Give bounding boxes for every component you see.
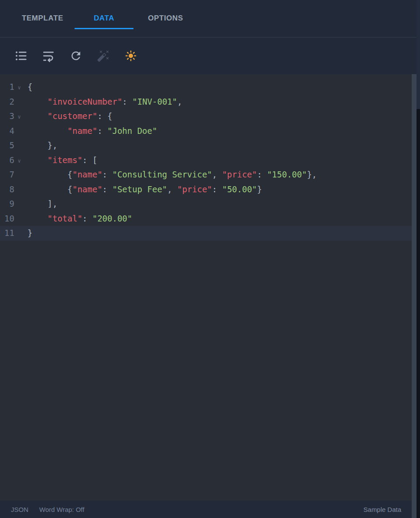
- line-number: 8: [0, 182, 14, 197]
- list-button[interactable]: [11, 46, 31, 65]
- fold-spacer: [14, 183, 24, 198]
- code-line[interactable]: 9 ],: [0, 197, 412, 211]
- tab-template[interactable]: TEMPLATE: [13, 9, 72, 29]
- line-number: 3: [0, 109, 14, 124]
- code-line[interactable]: 11}: [0, 226, 412, 241]
- code-line[interactable]: 3∨ "customer": {: [0, 109, 412, 124]
- line-number: 2: [0, 95, 14, 109]
- tab-bar: TEMPLATE DATA OPTIONS: [0, 0, 417, 37]
- code-line[interactable]: 7 {"name": "Consulting Service", "price"…: [0, 167, 412, 182]
- code-text: ],: [24, 197, 58, 211]
- fold-spacer: [14, 125, 24, 140]
- fold-spacer: [14, 139, 24, 154]
- tab-data[interactable]: DATA: [75, 9, 133, 29]
- fold-spacer: [14, 168, 24, 183]
- status-left: JSON Word Wrap: Off: [11, 506, 84, 513]
- code-text: "name": "John Doe": [24, 124, 157, 139]
- page-scrollbar-thumb[interactable]: [417, 0, 420, 109]
- code-line[interactable]: 6∨ "items": [: [0, 153, 412, 168]
- fold-toggle-icon[interactable]: ∨: [14, 81, 24, 95]
- status-word-wrap: Word Wrap: Off: [39, 506, 84, 513]
- code-line[interactable]: 5 },: [0, 138, 412, 153]
- word-wrap-icon: [42, 49, 55, 62]
- code-text: {: [24, 80, 32, 95]
- json-code-editor[interactable]: 1∨{2 "invoiceNumber": "INV-001",3∨ "cust…: [0, 74, 417, 501]
- sun-icon: [124, 49, 137, 62]
- code-line[interactable]: 8 {"name": "Setup Fee", "price": "50.00"…: [0, 182, 412, 197]
- code-text: }: [24, 226, 32, 241]
- fold-spacer: [14, 95, 24, 110]
- code-text: },: [24, 138, 58, 153]
- line-number: 5: [0, 138, 14, 153]
- code-lines: 1∨{2 "invoiceNumber": "INV-001",3∨ "cust…: [0, 80, 417, 241]
- theme-brightness-button[interactable]: [121, 46, 140, 65]
- page-scrollbar-track[interactable]: [417, 0, 420, 518]
- code-line[interactable]: 1∨{: [0, 80, 412, 95]
- code-text: {"name": "Setup Fee", "price": "50.00"}: [24, 182, 262, 197]
- code-text: {"name": "Consulting Service", "price": …: [24, 167, 317, 182]
- line-number: 6: [0, 153, 14, 168]
- code-text: "total": "200.00": [24, 211, 132, 226]
- line-number: 4: [0, 124, 14, 139]
- code-text: "customer": {: [24, 109, 112, 124]
- status-sample-data: Sample Data: [363, 506, 401, 513]
- code-line[interactable]: 2 "invoiceNumber": "INV-001",: [0, 95, 412, 109]
- refresh-button[interactable]: [66, 46, 85, 65]
- word-wrap-button[interactable]: [39, 46, 58, 65]
- code-line[interactable]: 4 "name": "John Doe": [0, 124, 412, 139]
- editor-scrollbar[interactable]: [412, 74, 417, 518]
- magic-wand-button[interactable]: [94, 46, 113, 65]
- fold-spacer: [14, 212, 24, 227]
- fold-toggle-icon[interactable]: ∨: [14, 154, 24, 169]
- data-editor-panel: TEMPLATE DATA OPTIONS: [0, 0, 417, 518]
- fold-toggle-icon[interactable]: ∨: [14, 110, 24, 125]
- tab-options[interactable]: OPTIONS: [136, 9, 195, 29]
- editor-toolbar: [0, 37, 417, 74]
- line-number: 10: [0, 211, 14, 226]
- code-text: "invoiceNumber": "INV-001",: [24, 95, 182, 109]
- code-text: "items": [: [24, 153, 97, 168]
- refresh-icon: [69, 49, 82, 62]
- line-number: 7: [0, 167, 14, 182]
- magic-wand-icon: [97, 49, 110, 62]
- status-language: JSON: [11, 506, 28, 513]
- app-window: TEMPLATE DATA OPTIONS: [0, 0, 420, 518]
- line-number: 11: [0, 226, 14, 241]
- line-number: 1: [0, 80, 14, 95]
- status-bar: JSON Word Wrap: Off Sample Data: [0, 501, 417, 518]
- line-number: 9: [0, 197, 14, 211]
- fold-spacer: [14, 198, 24, 212]
- list-icon: [14, 49, 27, 62]
- code-line[interactable]: 10 "total": "200.00": [0, 211, 412, 226]
- fold-spacer: [14, 227, 24, 242]
